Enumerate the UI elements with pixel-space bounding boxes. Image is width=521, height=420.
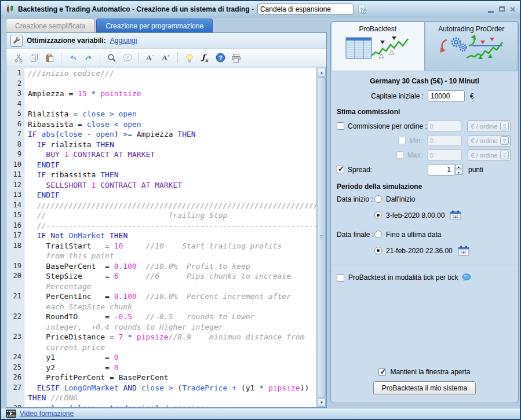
commission-max-input[interactable]: 0 <box>427 149 462 160</box>
commission-per-order-unit-select[interactable]: € / ordine ▽ <box>467 120 511 132</box>
code-row: 19 BasePerCent = 0.100 //10.0% Profit to… <box>6 261 316 272</box>
svg-text:?: ? <box>362 9 365 13</box>
commission-min-unit-select[interactable]: € / ordine ▽ <box>468 135 511 147</box>
code-row: 10 ENDIF <box>6 160 316 170</box>
app-window: Backtesting e Trading Automatico - Creaz… <box>0 0 521 420</box>
commission-min-row: Min: 0 € / ordine ▽ <box>337 133 511 148</box>
initial-capital-label: Capitale iniziale : <box>337 92 428 100</box>
code-rows[interactable]: 1///inizio codice///23Ampiezza = 15 * po… <box>6 67 316 407</box>
system-name-input[interactable] <box>257 3 354 14</box>
paste-icon <box>45 53 54 63</box>
code-row: Percentage <box>6 282 316 292</box>
rename-help-button[interactable]: ? <box>357 4 367 14</box>
code-row: integer, +0.4 rounds to Higher integer <box>6 322 316 333</box>
initial-capital-row: Capitale iniziale : € <box>337 90 511 102</box>
commission-max-checkbox[interactable] <box>396 151 404 159</box>
cut-button[interactable] <box>11 50 25 65</box>
tab-autotrading-proorder[interactable]: Autotrading ProOrder <box>425 21 519 71</box>
end-date-calendar-button[interactable] <box>458 246 469 256</box>
undo-button[interactable] <box>65 50 80 65</box>
comment-button[interactable]: // <box>120 50 134 65</box>
commission-per-order-input[interactable]: 0 <box>427 120 462 132</box>
commission-min-input[interactable]: 0 <box>427 135 462 146</box>
code-row: 5Rialzista = close > open <box>6 109 316 119</box>
document-question-icon: ? <box>357 4 367 14</box>
code-row: 26 ProfitPerCent = BasePerCent <box>6 372 316 383</box>
minimize-button[interactable] <box>488 11 494 13</box>
code-row: 27 ELSIF LongOnMarket AND close > (Trade… <box>6 383 316 393</box>
tab-programming-creation[interactable]: Creazione per programmazione <box>96 19 213 32</box>
commission-per-order-row: Commissione per ordine : 0 € / ordine ▽ <box>337 119 511 133</box>
window-title: Backtesting e Trading Automatico - Creaz… <box>18 5 254 13</box>
commission-per-order-checkbox[interactable] <box>337 122 344 130</box>
scroll-down-button[interactable]: ▼ <box>318 398 326 407</box>
variable-optimization-button[interactable] <box>10 35 23 47</box>
dropdown-arrow-icon: ▽ <box>500 151 509 159</box>
spread-row: Spread: ▲ ▼ punti <box>337 162 511 177</box>
probacktest-chart-icon <box>345 35 410 61</box>
code-row: 16 //-----------------------------------… <box>6 221 316 231</box>
code-row: 12 SELLSHORT 1 CONTRACT AT MARKET <box>6 180 316 191</box>
scrollbar-thumb[interactable] <box>318 77 326 397</box>
font-decrease-button[interactable]: A− <box>143 50 158 65</box>
to-last-date-radio[interactable] <box>374 231 382 238</box>
copy-button[interactable] <box>27 50 41 65</box>
tab-probacktest[interactable]: ProBacktest <box>331 21 425 71</box>
insert-function-icon: ƒx <box>202 53 207 63</box>
initial-capital-input[interactable] <box>428 90 465 102</box>
code-row: 23 PriceDistance = 7 * pipsize//8.9 mini… <box>6 332 316 342</box>
video-training-link[interactable]: Video formazione <box>20 410 74 418</box>
from-start-radio[interactable] <box>374 195 382 203</box>
keep-window-open-checkbox[interactable] <box>378 368 386 376</box>
add-variable-link[interactable]: Aggiungi <box>110 36 137 45</box>
code-row: 7IF abs(close - open) >= Ampiezza THEN <box>6 129 316 140</box>
backtest-settings-panel: ProBacktest <box>330 21 519 403</box>
run-backtest-button[interactable]: ProBacktesta il mio sistema <box>373 381 476 395</box>
code-row: 28 x1 = (close - tradeprice) / pipsize <box>6 403 316 408</box>
insert-function-button[interactable]: ƒx <box>198 50 212 65</box>
code-row: 3Ampiezza = 15 * pointsize <box>6 89 316 99</box>
maximize-button[interactable] <box>499 6 505 12</box>
code-row: 1///inizio codice/// <box>6 68 316 79</box>
redo-button[interactable] <box>81 50 96 65</box>
start-date-row: Data inizio : Dall'inizio <box>337 192 511 206</box>
spread-increment-button[interactable]: ▲ <box>455 164 462 169</box>
autotrading-gears-icon <box>439 35 504 61</box>
font-increase-button[interactable]: A+ <box>159 50 173 65</box>
spread-value-input[interactable] <box>428 164 454 176</box>
spread-checkbox[interactable] <box>337 166 344 173</box>
hint-button[interactable] <box>182 50 196 65</box>
print-button[interactable] <box>229 50 243 65</box>
tick-mode-row: ProBacktest in modalità tick per tick <box>337 273 511 282</box>
code-row: 9 BUY 1 CONTRACT AT MARKET <box>6 149 316 160</box>
code-row: 18 TrailStart = 10 //10 Start trailing p… <box>6 241 316 251</box>
spread-spinner: ▲ ▼ <box>428 164 462 176</box>
start-date-option-row: 3-feb-2020 8.00.00 <box>374 207 511 223</box>
commission-max-unit-select[interactable]: € / ordine ▽ <box>468 149 511 161</box>
commission-min-checkbox[interactable] <box>398 137 406 144</box>
panel-spacer <box>331 282 518 368</box>
help-button[interactable]: ? <box>213 50 228 65</box>
search-button[interactable] <box>104 50 119 65</box>
end-date-radio[interactable] <box>374 247 382 254</box>
start-date-calendar-button[interactable] <box>450 210 461 221</box>
code-editor-panel: Ottimizzazione variabili: Aggiungi //A−A… <box>6 32 327 408</box>
tab-simplified-creation[interactable]: Creazione semplificata <box>6 19 94 32</box>
code-row: 11 IF ribassista THEN <box>6 170 316 180</box>
editor-scrollbar[interactable]: ▲ ▼ <box>316 67 326 407</box>
calendar-icon <box>458 246 469 256</box>
scroll-up-button[interactable]: ▲ <box>318 68 326 76</box>
end-date-option-row: 21-feb-2020 22.36.00 <box>374 243 511 258</box>
candlestick-logo-icon <box>6 5 14 13</box>
paste-button[interactable] <box>42 50 57 65</box>
start-date-radio[interactable] <box>374 211 382 219</box>
close-button[interactable]: × <box>510 6 515 13</box>
print-icon <box>231 53 241 63</box>
dropdown-arrow-icon: ▽ <box>500 122 509 130</box>
optimization-header: Ottimizzazione variabili: Aggiungi <box>6 33 326 49</box>
wrench-icon <box>13 36 21 45</box>
tick-mode-checkbox[interactable] <box>337 274 344 282</box>
tick-info-bubble-icon[interactable] <box>462 273 471 282</box>
commission-per-order-label: Commissione per ordine : <box>348 122 427 130</box>
spread-decrement-button[interactable]: ▼ <box>455 170 462 175</box>
